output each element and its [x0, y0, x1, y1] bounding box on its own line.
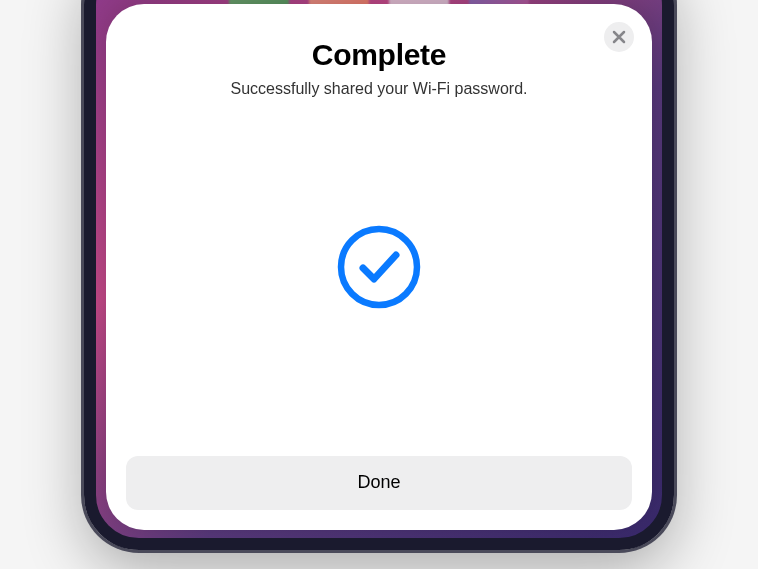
share-complete-modal: Complete Successfully shared your Wi-Fi …	[106, 4, 652, 530]
svg-point-0	[341, 229, 417, 305]
checkmark-circle-icon	[336, 224, 422, 310]
done-button[interactable]: Done	[126, 456, 632, 510]
modal-title: Complete	[312, 38, 446, 72]
close-icon	[612, 30, 626, 44]
close-button[interactable]	[604, 22, 634, 52]
phone-frame: Complete Successfully shared your Wi-Fi …	[84, 0, 674, 550]
success-indicator	[336, 78, 422, 456]
